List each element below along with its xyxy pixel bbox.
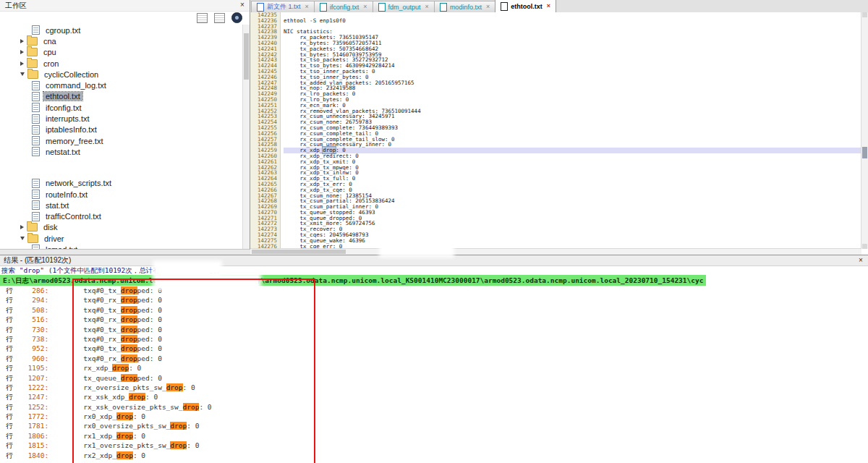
tree-item-label: cron bbox=[41, 59, 61, 68]
locate-current-file-icon[interactable] bbox=[231, 12, 242, 23]
tree-file-lsmod.txt[interactable]: lsmod.txt bbox=[0, 244, 243, 249]
editor-body[interactable]: 1422351422361422371422381422391422401422… bbox=[250, 12, 861, 249]
tree-item-label: cna bbox=[41, 37, 59, 46]
result-row[interactable]: 行 1772:rx0_xdp_drop: 0 bbox=[0, 412, 868, 421]
workspace-title: 工作区 bbox=[5, 1, 27, 9]
tree-item-label: driver bbox=[42, 234, 67, 243]
tree-file-stat.txt[interactable]: stat.txt bbox=[0, 200, 243, 211]
result-row[interactable]: 行 294:txq#0_rx_dropped: 0 bbox=[0, 295, 868, 305]
tree-file-trafficControl.txt[interactable]: trafficControl.txt bbox=[0, 211, 243, 221]
result-row[interactable]: 行 1781:rx0_oversize_pkts_sw_drop: 0 bbox=[0, 421, 868, 430]
line-label: 行 bbox=[6, 451, 17, 459]
tab-close-icon[interactable]: × bbox=[425, 4, 429, 10]
code-line: rx_xdp_tx_full: 0 bbox=[284, 176, 861, 182]
chevron-down-icon[interactable] bbox=[20, 237, 25, 240]
tab-ethtool.txt[interactable]: ethtool.txt× bbox=[495, 0, 556, 12]
editor-vscrollbar[interactable] bbox=[861, 12, 868, 249]
tree-file-memory_free.txt[interactable]: memory_free.txt bbox=[0, 135, 243, 146]
result-line-text: rx1_oversize_pkts_sw_drop: 0 bbox=[48, 441, 199, 449]
result-line-number: 1772: bbox=[17, 412, 48, 421]
notepad-window: 工作区 × cgroup.txtcnacpucroncyclicCollecti… bbox=[0, 0, 868, 463]
match-highlight: drop bbox=[121, 315, 137, 323]
tree-folder-driver[interactable]: driver bbox=[0, 233, 243, 244]
tab-close-icon[interactable]: × bbox=[547, 3, 550, 9]
tree-item-label: disk bbox=[41, 223, 60, 232]
result-row[interactable]: 行 1840:rx2_xdp_drop: 0 bbox=[0, 451, 868, 460]
fold-all-icon[interactable] bbox=[197, 13, 208, 23]
tree-file-command_log.txt[interactable]: command_log.txt bbox=[0, 80, 243, 90]
tab-label: 新文件 1.txt bbox=[267, 2, 301, 12]
tree-file-ifconfig.txt[interactable]: ifconfig.txt bbox=[0, 102, 243, 113]
results-titlebar: 结果 - (匹配10192次) × bbox=[0, 255, 868, 266]
chevron-right-icon[interactable] bbox=[20, 39, 24, 43]
result-row[interactable]: 行 1815:rx1_oversize_pkts_sw_drop: 0 bbox=[0, 441, 868, 450]
tab-close-icon[interactable]: × bbox=[486, 4, 490, 10]
results-close-icon[interactable]: × bbox=[856, 255, 865, 266]
search-summary[interactable]: 搜索 "drop" (1个文件中匹配到10192次，总计有 次) bbox=[0, 266, 868, 275]
result-row[interactable]: 行 516:txq#0_rx_dropped: 0 bbox=[0, 315, 868, 324]
result-row[interactable]: 行 508:txq#0_tx_dropped: 0 bbox=[0, 305, 868, 315]
scroll-down-arrow-icon[interactable] bbox=[862, 244, 867, 249]
hscrollbar-thumb[interactable] bbox=[252, 250, 346, 254]
code-view[interactable]: ethtool -S enp1s0f0 NIC statistics: rx_p… bbox=[284, 12, 861, 249]
tree-file-ethtool.txt[interactable]: ethtool.txt bbox=[0, 91, 243, 102]
result-row[interactable]: 行 1222:rx_oversize_pkts_sw_drop: 0 bbox=[0, 383, 868, 392]
result-line-text: rx_xdp_drop: 0 bbox=[48, 364, 141, 372]
workspace-close-icon[interactable]: × bbox=[238, 0, 247, 10]
tree-folder-cron[interactable]: cron bbox=[0, 58, 243, 69]
tab-ifconfig.txt[interactable]: ifconfig.txt× bbox=[314, 1, 373, 12]
tab-新文件 1.txt[interactable]: 新文件 1.txt× bbox=[251, 1, 315, 12]
line-label: 行 bbox=[6, 441, 17, 449]
tree-folder-cpu[interactable]: cpu bbox=[0, 47, 243, 58]
tree-item-label: iptablesInfo.txt bbox=[43, 125, 99, 134]
code-line: tx_queue_wake: 46396 bbox=[284, 238, 861, 244]
editor-hscrollbar[interactable] bbox=[250, 248, 861, 255]
line-label: 行 bbox=[6, 393, 17, 401]
tree-file-netstat.txt[interactable]: netstat.txt bbox=[0, 146, 243, 157]
tab-label: modinfo.txt bbox=[450, 4, 482, 11]
file-icon bbox=[32, 92, 40, 101]
tree-file-cgroup.txt[interactable]: cgroup.txt bbox=[0, 25, 243, 35]
tree-scrollbar[interactable] bbox=[242, 25, 250, 249]
result-row[interactable]: 行 952:txq#0_tx_dropped: 0 bbox=[0, 344, 868, 353]
result-row[interactable]: 行 738:txq#0_rx_dropped: 0 bbox=[0, 334, 868, 344]
result-file-line[interactable]: E:\日志\armod0523.odata.ncmp.unicom.loca a… bbox=[0, 275, 868, 286]
tree-folder-cna[interactable]: cna bbox=[0, 35, 243, 46]
tree-file-network_scripts.txt[interactable]: network_scripts.txt bbox=[0, 178, 243, 189]
tree-file-routeInfo.txt[interactable]: routeInfo.txt bbox=[0, 189, 243, 200]
tab-close-icon[interactable]: × bbox=[363, 4, 367, 10]
scrollbar-thumb[interactable] bbox=[862, 147, 867, 158]
result-line-number: 286: bbox=[17, 286, 48, 295]
code-line: rx_xdp_tx_mpwqe: 0 bbox=[284, 165, 861, 171]
chevron-right-icon[interactable] bbox=[20, 225, 24, 229]
result-line-text: tx_queue_dropped: 0 bbox=[48, 374, 162, 382]
result-file-path[interactable]: E:\日志\armod0523.odata.ncmp.unicom.loca a… bbox=[0, 275, 706, 286]
tree-item-label: netstat.txt bbox=[43, 148, 82, 156]
tree-folder-disk[interactable]: disk bbox=[0, 222, 243, 233]
result-row[interactable]: 行 1207:tx_queue_dropped: 0 bbox=[0, 373, 868, 383]
chevron-right-icon[interactable] bbox=[20, 61, 24, 66]
tab-fdm_output[interactable]: fdm_output× bbox=[373, 1, 435, 12]
chevron-down-icon[interactable] bbox=[20, 72, 25, 76]
tab-modinfo.txt[interactable]: modinfo.txt× bbox=[434, 1, 495, 12]
result-row[interactable]: 行 1247:rx_xsk_xdp_drop: 0 bbox=[0, 392, 868, 402]
result-row[interactable]: 行 730:txq#0_tx_dropped: 0 bbox=[0, 325, 868, 334]
result-row[interactable]: 行 1252:rx_xsk_oversize_pkts_sw_drop: 0 bbox=[0, 402, 868, 412]
tree-item-label: cgroup.txt bbox=[43, 26, 82, 35]
tree-file-iptablesInfo.txt[interactable]: iptablesInfo.txt bbox=[0, 124, 243, 135]
scroll-up-arrow-icon[interactable] bbox=[862, 12, 867, 17]
unfold-all-icon[interactable] bbox=[214, 13, 225, 23]
result-line-number: 960: bbox=[17, 354, 48, 363]
match-highlight: drop bbox=[170, 422, 187, 430]
result-row[interactable]: 行 286:txq#0_tx_dropped: 0 bbox=[0, 286, 868, 295]
result-line-number: 1815: bbox=[17, 441, 48, 450]
result-row[interactable]: 行 1195:rx_xdp_drop: 0 bbox=[0, 363, 868, 373]
result-row[interactable]: 行 1806:rx1_xdp_drop: 0 bbox=[0, 431, 868, 441]
result-row[interactable]: 行 960:txq#0_rx_dropped: 0 bbox=[0, 354, 868, 363]
tab-close-icon[interactable]: × bbox=[305, 4, 309, 10]
tree-folder-cyclicCollection[interactable]: cyclicCollection bbox=[0, 69, 243, 80]
line-label: 行 bbox=[6, 296, 17, 304]
chevron-right-icon[interactable] bbox=[20, 50, 24, 54]
tree-file-interrupts.txt[interactable]: interrupts.txt bbox=[0, 113, 243, 124]
code-line: rx_xdp_drop: 0 bbox=[284, 148, 861, 153]
